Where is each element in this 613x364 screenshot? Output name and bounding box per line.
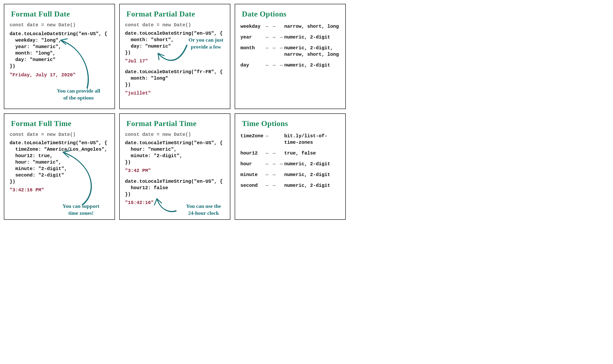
option-key: timeZone: [240, 133, 265, 139]
options-list: timeZone—bit.ly/list-of-time-zoneshour12…: [240, 133, 340, 189]
annotation-text: You can support time zones!: [53, 203, 109, 216]
option-key: hour12: [240, 150, 265, 156]
code-output: "3:42 PM": [125, 168, 225, 174]
card-title: Time Options: [242, 119, 340, 128]
card-time-options: Time Options timeZone—bit.ly/list-of-tim…: [235, 113, 346, 220]
card-title: Format Full Date: [11, 10, 109, 18]
code-output: "Jul 17": [125, 58, 225, 64]
option-row: hour— — —numeric, 2-digit: [240, 161, 340, 167]
card-title: Date Options: [242, 10, 340, 18]
card-format-partial-time: Format Partial Time const date = new Dat…: [119, 113, 230, 220]
option-values: narrow, short, long: [284, 23, 340, 30]
option-dashes: — —: [265, 150, 282, 156]
option-values: numeric, 2-digit, narrow, short, long: [284, 45, 340, 58]
option-key: hour: [240, 161, 265, 167]
option-dashes: — — —: [265, 45, 282, 51]
option-dashes: — — —: [265, 161, 282, 167]
code-output: "juillet": [125, 90, 225, 96]
option-key: second: [240, 182, 265, 189]
option-key: month: [240, 45, 265, 51]
annotation-text: Or you can just provide a few: [182, 37, 230, 50]
code-block: date.toLocaleDateString("fr-FR", { month…: [125, 69, 225, 88]
option-values: bit.ly/list-of-time-zones: [284, 133, 340, 146]
code-declaration: const date = new Date(): [125, 22, 225, 28]
option-row: hour12— —true, false: [240, 150, 340, 156]
code-output: "3:42:16 PM": [10, 187, 109, 193]
card-date-options: Date Options weekday— —narrow, short, lo…: [235, 4, 346, 109]
option-values: numeric, 2-digit: [284, 171, 340, 178]
option-values: numeric, 2-digit: [284, 34, 340, 40]
option-key: year: [240, 34, 265, 40]
option-row: year— — —numeric, 2-digit: [240, 34, 340, 40]
option-values: numeric, 2-digit: [284, 62, 340, 68]
option-values: true, false: [284, 150, 340, 156]
code-block: date.toLocaleDateString("en-US", { weekd…: [10, 31, 109, 69]
option-row: minute— —numeric, 2-digit: [240, 171, 340, 178]
option-dashes: — —: [265, 23, 282, 30]
option-dashes: — —: [265, 171, 282, 178]
annotation-text: You can use the 24-hour clock: [177, 203, 230, 216]
cheatsheet-grid: Format Full Date const date = new Date()…: [0, 0, 350, 224]
options-list: weekday— —narrow, short, longyear— — —nu…: [240, 23, 340, 68]
code-block: date.toLocaleTimeString("en-US", { hour1…: [125, 178, 225, 197]
option-dashes: —: [265, 133, 282, 139]
option-row: weekday— —narrow, short, long: [240, 23, 340, 30]
code-declaration: const date = new Date(): [10, 131, 109, 138]
card-format-full-time: Format Full Time const date = new Date()…: [4, 113, 115, 220]
option-row: timeZone—bit.ly/list-of-time-zones: [240, 133, 340, 146]
card-title: Format Partial Date: [126, 10, 225, 18]
code-declaration: const date = new Date(): [125, 131, 225, 138]
card-title: Format Partial Time: [126, 119, 225, 128]
card-format-partial-date: Format Partial Date const date = new Dat…: [119, 4, 230, 109]
code-block: date.toLocaleTimeString("en-US", { timeZ…: [10, 140, 109, 185]
annotation-text: You can provide all of the options: [47, 88, 110, 101]
option-key: weekday: [240, 23, 265, 30]
code-block: date.toLocaleTimeString("en-US", { hour:…: [125, 140, 225, 166]
option-dashes: — — —: [265, 34, 282, 40]
option-row: second— —numeric, 2-digit: [240, 182, 340, 189]
option-row: month— — —numeric, 2-digit, narrow, shor…: [240, 45, 340, 58]
option-key: minute: [240, 171, 265, 178]
option-dashes: — —: [265, 182, 282, 189]
card-title: Format Full Time: [11, 119, 109, 128]
card-format-full-date: Format Full Date const date = new Date()…: [4, 4, 115, 109]
code-declaration: const date = new Date(): [10, 22, 109, 28]
option-key: day: [240, 62, 265, 68]
option-row: day— — — —numeric, 2-digit: [240, 62, 340, 68]
option-dashes: — — — —: [265, 62, 282, 68]
option-values: numeric, 2-digit: [284, 182, 340, 189]
code-output: "Friday, July 17, 2020": [10, 72, 109, 78]
option-values: numeric, 2-digit: [284, 161, 340, 167]
